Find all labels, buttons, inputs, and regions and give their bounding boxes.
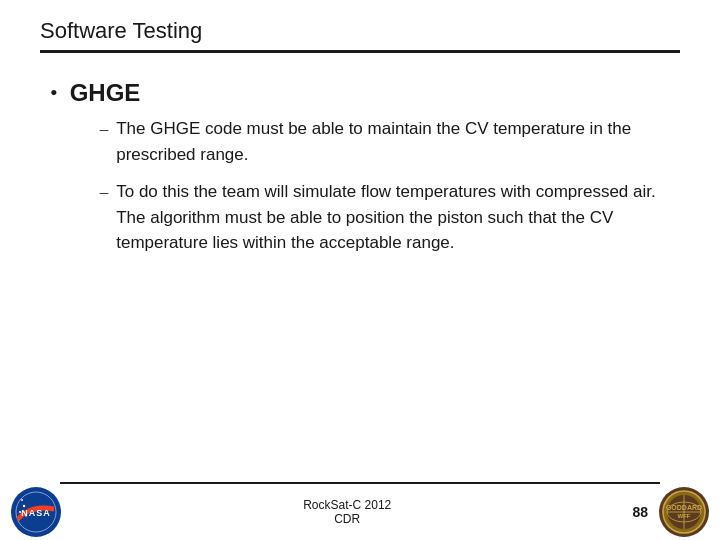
main-bullet: • GHGE – The GHGE code must be able to m… <box>50 77 680 268</box>
dash-icon-1: – <box>100 116 109 142</box>
svg-point-6 <box>21 499 23 501</box>
sub-bullet-text-1: The GHGE code must be able to maintain t… <box>116 116 680 167</box>
sub-bullet-text-2: To do this the team will simulate flow t… <box>116 179 680 256</box>
footer-event: RockSat-C 2012 <box>62 498 632 512</box>
footer-center: RockSat-C 2012 CDR <box>62 498 632 526</box>
slide-header: Software Testing <box>40 18 680 53</box>
footer-doc-type: CDR <box>62 512 632 526</box>
svg-point-3 <box>23 505 25 507</box>
slide: Software Testing • GHGE – The GHGE code … <box>0 0 720 540</box>
slide-footer: NASA RockSat-C 2012 CDR 88 <box>0 482 720 540</box>
dash-icon-2: – <box>100 179 109 205</box>
sub-bullet-1: – The GHGE code must be able to maintain… <box>100 116 680 167</box>
wff-logo-svg: GODDARD WFF <box>658 486 710 538</box>
bullet-label: GHGE <box>70 79 141 106</box>
bullet-dot: • <box>50 79 58 108</box>
svg-text:WFF: WFF <box>678 513 691 519</box>
footer-page-number: 88 <box>632 504 648 520</box>
slide-title: Software Testing <box>40 18 680 44</box>
wff-logo: GODDARD WFF <box>658 486 710 538</box>
svg-text:NASA: NASA <box>21 508 51 518</box>
svg-text:GODDARD: GODDARD <box>666 504 702 511</box>
footer-content: NASA RockSat-C 2012 CDR 88 <box>0 484 720 540</box>
sub-bullet-2: – To do this the team will simulate flow… <box>100 179 680 256</box>
nasa-logo-svg: NASA <box>10 486 62 538</box>
nasa-logo: NASA <box>10 486 62 538</box>
slide-content: • GHGE – The GHGE code must be able to m… <box>40 77 680 268</box>
sub-bullets-list: – The GHGE code must be able to maintain… <box>100 116 680 256</box>
